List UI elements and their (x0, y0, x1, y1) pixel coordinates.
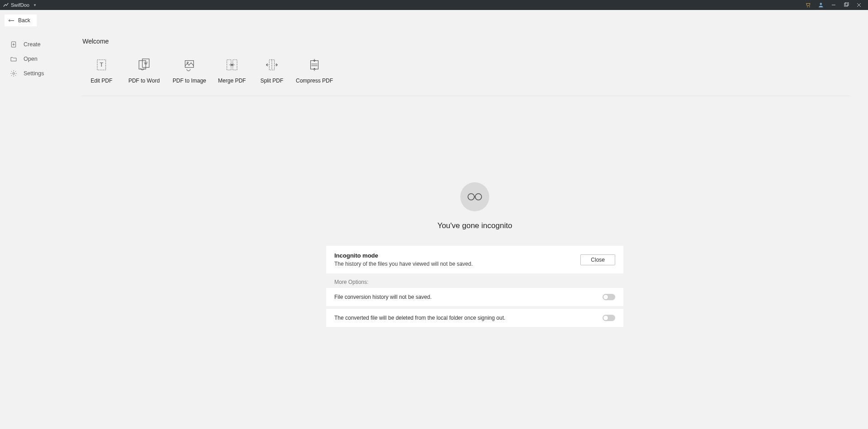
app-name: SwifDoo (11, 2, 29, 8)
option-conversion-history: File conversion history will not be save… (326, 288, 623, 306)
create-icon (10, 41, 17, 48)
incognito-headline: You've gone incognito (437, 221, 512, 230)
action-label: Edit PDF (91, 78, 112, 84)
merge-pdf-icon (225, 58, 239, 72)
action-pdf-to-word[interactable]: W PDF to Word (121, 58, 167, 84)
option-delete-converted: The converted file will be deleted from … (326, 309, 623, 327)
open-icon (10, 55, 17, 63)
action-label: Compress PDF (296, 78, 333, 84)
divider (82, 96, 850, 96)
titlebar: SwifDoo ▼ (0, 0, 868, 10)
edit-pdf-icon: T (94, 58, 109, 72)
action-label: Merge PDF (218, 78, 246, 84)
svg-point-9 (13, 73, 14, 74)
svg-rect-2 (844, 3, 848, 6)
glasses-icon (460, 182, 489, 211)
pdf-to-image-icon (182, 58, 197, 72)
sidebar-item-settings[interactable]: Settings (0, 66, 82, 81)
incognito-card-sub: The history of the files you have viewed… (334, 261, 473, 267)
maximize-icon[interactable] (840, 0, 853, 10)
svg-point-25 (475, 194, 482, 200)
back-label: Back (18, 17, 30, 24)
toggle-conversion-history[interactable] (603, 294, 615, 300)
sidebar-item-label: Open (24, 56, 38, 62)
sidebar-item-label: Create (24, 41, 41, 48)
close-icon[interactable] (853, 0, 865, 10)
option-label: The converted file will be deleted from … (334, 315, 506, 321)
gear-icon (10, 70, 17, 77)
sidebar-item-open[interactable]: Open (0, 52, 82, 66)
incognito-card: Incognito mode The history of the files … (326, 246, 623, 273)
sidebar-item-label: Settings (24, 70, 44, 77)
split-pdf-icon (265, 58, 279, 72)
svg-rect-21 (311, 61, 318, 69)
action-edit-pdf[interactable]: T Edit PDF (82, 58, 121, 84)
page-title: Welcome (82, 38, 868, 45)
svg-point-0 (820, 3, 822, 5)
svg-text:T: T (100, 61, 103, 68)
main: Welcome T Edit PDF W PDF to Word PDF to … (82, 31, 868, 327)
svg-point-16 (187, 62, 188, 63)
svg-rect-3 (845, 2, 849, 5)
cart-icon[interactable] (802, 0, 815, 10)
action-compress-pdf[interactable]: Compress PDF (292, 58, 337, 84)
action-label: Split PDF (260, 78, 284, 84)
svg-point-24 (468, 194, 474, 200)
svg-text:W: W (144, 61, 148, 65)
chevron-down-icon[interactable]: ▼ (33, 3, 37, 7)
user-icon[interactable] (815, 0, 827, 10)
close-button[interactable]: Close (580, 254, 615, 265)
action-split-pdf[interactable]: Split PDF (252, 58, 292, 84)
toggle-delete-converted[interactable] (603, 315, 615, 321)
action-merge-pdf[interactable]: Merge PDF (212, 58, 252, 84)
sidebar: Create Open Settings (0, 31, 82, 327)
incognito-section: You've gone incognito Incognito mode The… (82, 182, 868, 327)
compress-pdf-icon (307, 58, 322, 72)
incognito-card-title: Incognito mode (334, 252, 473, 259)
app-logo-icon (3, 2, 9, 8)
back-button[interactable]: 🡐 Back (5, 15, 37, 26)
action-label: PDF to Image (173, 78, 206, 84)
more-options-label: More Options: (334, 279, 623, 285)
pdf-to-word-icon: W (137, 58, 151, 72)
action-label: PDF to Word (128, 78, 159, 84)
back-bar: 🡐 Back (0, 10, 868, 31)
minimize-icon[interactable] (827, 0, 840, 10)
option-label: File conversion history will not be save… (334, 294, 432, 300)
sidebar-item-create[interactable]: Create (0, 37, 82, 52)
action-pdf-to-image[interactable]: PDF to Image (167, 58, 212, 84)
action-row: T Edit PDF W PDF to Word PDF to Image (82, 58, 868, 84)
arrow-left-icon: 🡐 (8, 17, 14, 24)
